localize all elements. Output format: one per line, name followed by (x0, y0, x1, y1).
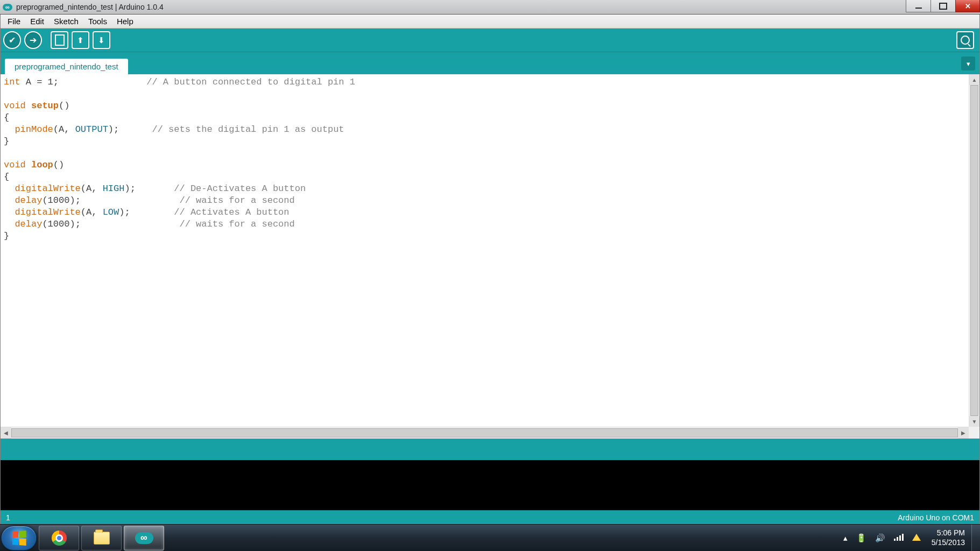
volume-icon[interactable]: 🔊 (875, 533, 885, 543)
window-title: preprogramed_nintendo_test | Arduino 1.0… (16, 3, 164, 11)
google-drive-icon[interactable] (912, 533, 921, 542)
open-sketch-button[interactable] (72, 31, 89, 49)
windows-taskbar: ▴ 🔋 🔊 5:06 PM 5/15/2013 (0, 524, 980, 551)
save-sketch-button[interactable] (93, 31, 110, 49)
taskbar-chrome[interactable] (39, 526, 79, 550)
message-area (1, 439, 979, 460)
close-button[interactable] (955, 0, 980, 12)
arduino-icon (135, 532, 153, 544)
clock[interactable]: 5:06 PM 5/15/2013 (932, 528, 965, 547)
maximize-button[interactable] (930, 0, 955, 12)
arrow-up-icon (77, 36, 84, 45)
network-icon[interactable] (894, 533, 904, 542)
line-number-indicator: 1 (6, 513, 10, 522)
horizontal-scroll-thumb[interactable] (11, 428, 958, 437)
start-button[interactable] (1, 526, 37, 550)
board-port-indicator: Arduino Uno on COM1 (898, 513, 974, 522)
windows-logo-icon (12, 531, 26, 546)
battery-icon[interactable]: 🔋 (856, 533, 866, 543)
tab-bar: preprogramed_nintendo_test (1, 52, 979, 74)
menu-edit[interactable]: Edit (25, 16, 49, 27)
vertical-scroll-thumb[interactable] (970, 85, 978, 416)
scroll-right-arrow-icon[interactable]: ▶ (958, 427, 969, 439)
upload-button[interactable] (24, 31, 42, 49)
arduino-ide-window: File Edit Sketch Tools Help preprogramed… (0, 15, 980, 524)
scroll-left-arrow-icon[interactable]: ◀ (1, 427, 11, 439)
show-hidden-icons-button[interactable]: ▴ (843, 533, 848, 543)
taskbar-arduino[interactable] (124, 526, 164, 550)
minimize-button[interactable] (906, 0, 930, 12)
folder-icon (94, 532, 110, 545)
toolbar (1, 29, 979, 52)
console-output[interactable] (1, 460, 979, 510)
arrow-down-icon (98, 36, 105, 45)
menu-help[interactable]: Help (112, 16, 138, 27)
window-controls (906, 0, 980, 12)
vertical-scrollbar[interactable]: ▲ ▼ (969, 74, 979, 427)
arduino-app-icon (2, 2, 13, 12)
new-sketch-button[interactable] (51, 31, 68, 49)
verify-button[interactable] (3, 31, 21, 49)
clock-date: 5/15/2013 (932, 538, 965, 548)
show-desktop-button[interactable] (971, 525, 980, 552)
code-content[interactable]: int A = 1; // A button connected to digi… (1, 74, 969, 427)
menu-tools[interactable]: Tools (83, 16, 112, 27)
clock-time: 5:06 PM (932, 528, 965, 538)
sketch-tab[interactable]: preprogramed_nintendo_test (5, 59, 128, 74)
magnifier-icon (961, 36, 970, 45)
taskbar-explorer[interactable] (81, 526, 122, 550)
system-tray: ▴ 🔋 🔊 5:06 PM 5/15/2013 (839, 525, 980, 551)
code-editor[interactable]: int A = 1; // A button connected to digi… (1, 74, 979, 439)
menu-sketch[interactable]: Sketch (49, 16, 83, 27)
tab-menu-button[interactable] (961, 56, 975, 70)
arrow-right-icon (30, 35, 37, 45)
scroll-down-arrow-icon[interactable]: ▼ (969, 416, 979, 427)
chrome-icon (52, 531, 67, 546)
menu-bar: File Edit Sketch Tools Help (1, 15, 979, 29)
serial-monitor-button[interactable] (956, 31, 974, 49)
window-titlebar: preprogramed_nintendo_test | Arduino 1.0… (0, 0, 980, 15)
file-icon (55, 34, 65, 46)
scroll-up-arrow-icon[interactable]: ▲ (969, 74, 979, 85)
status-bar: 1 Arduino Uno on COM1 (1, 510, 979, 524)
check-icon (9, 35, 16, 45)
horizontal-scrollbar[interactable]: ◀ ▶ (1, 427, 969, 439)
menu-file[interactable]: File (3, 16, 25, 27)
scroll-corner (969, 427, 979, 439)
